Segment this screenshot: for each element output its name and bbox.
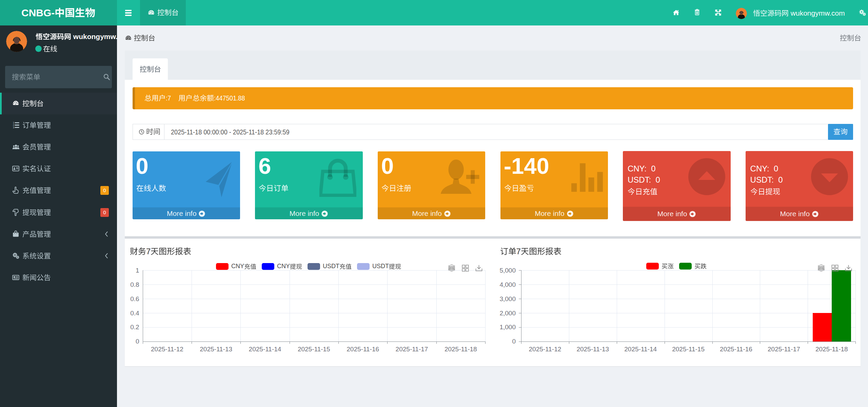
svg-text:3: 3: [13, 126, 14, 129]
svg-text:2: 2: [13, 124, 14, 126]
